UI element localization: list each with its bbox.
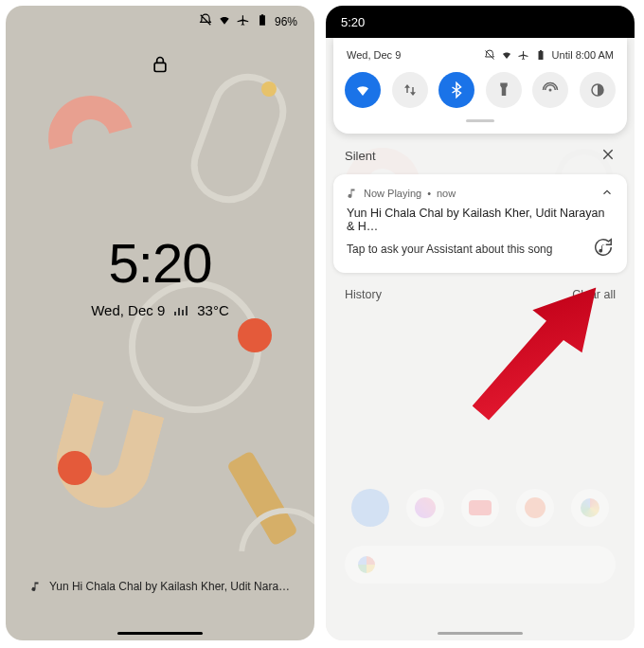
wifi-icon	[218, 13, 231, 29]
clock-time: 5:20	[109, 231, 212, 295]
panel-drag-handle[interactable]	[466, 119, 494, 122]
battery-percent: 96%	[275, 15, 297, 28]
music-note-icon	[30, 581, 42, 592]
temperature: 33°C	[197, 302, 229, 318]
mobile-data-toggle[interactable]	[392, 72, 428, 108]
qs-alarm: Until 8:00 AM	[552, 49, 614, 61]
silent-section-header: Silent	[345, 149, 376, 163]
dnd-icon	[484, 49, 495, 61]
collapse-button[interactable]	[600, 186, 614, 201]
now-playing-notification[interactable]: Now Playing • now Yun Hi Chala Chal by K…	[333, 174, 627, 273]
dnd-icon	[199, 13, 212, 29]
flashlight-toggle[interactable]	[486, 72, 522, 108]
now-playing-chip[interactable]: Yun Hi Chala Chal by Kailash Kher, Udit …	[6, 580, 314, 593]
svg-point-1	[549, 89, 552, 92]
hotspot-toggle[interactable]	[532, 72, 568, 108]
date-label: Wed, Dec 9	[91, 302, 165, 318]
qs-date: Wed, Dec 9	[347, 49, 401, 61]
notif-app-name: Now Playing	[364, 188, 421, 199]
quick-settings-panel: Wed, Dec 9 Until 8:00 AM	[333, 38, 627, 134]
notif-title: Yun Hi Chala Chal by Kailash Kher, Udit …	[347, 207, 614, 233]
battery-icon	[535, 49, 546, 61]
music-note-icon	[347, 188, 358, 199]
notif-separator: •	[427, 188, 431, 199]
history-button[interactable]: History	[345, 288, 382, 301]
battery-icon	[256, 13, 269, 29]
airplane-icon	[237, 13, 250, 29]
weather-icon	[174, 306, 188, 315]
status-bar: 96%	[6, 13, 314, 29]
notif-subtitle: Tap to ask your Assistant about this son…	[347, 243, 583, 256]
status-time: 5:20	[341, 15, 365, 29]
lock-screen: 96% 5:20 Wed, Dec 9 33°C Yun Hi Chala Ch…	[6, 6, 314, 640]
notif-time: now	[437, 188, 456, 199]
now-playing-text: Yun Hi Chala Chal by Kailash Kher, Udit …	[49, 580, 290, 593]
home-indicator[interactable]	[438, 632, 523, 635]
dark-mode-toggle[interactable]	[580, 72, 616, 108]
clear-all-button[interactable]: Clear all	[572, 288, 616, 301]
svg-rect-0	[154, 63, 166, 71]
airplane-icon	[518, 49, 529, 61]
notification-shade-screen: 5:20 Wed, Dec 9 Until 8:00 AM	[326, 6, 635, 640]
home-indicator[interactable]	[117, 632, 203, 635]
bluetooth-toggle[interactable]	[438, 72, 474, 108]
assistant-song-search-button[interactable]	[593, 237, 614, 261]
silent-close-button[interactable]	[600, 147, 616, 165]
wifi-toggle[interactable]	[345, 72, 381, 108]
wifi-icon	[501, 49, 512, 61]
status-bar: 5:20	[326, 6, 635, 38]
lock-icon[interactable]	[151, 53, 170, 80]
